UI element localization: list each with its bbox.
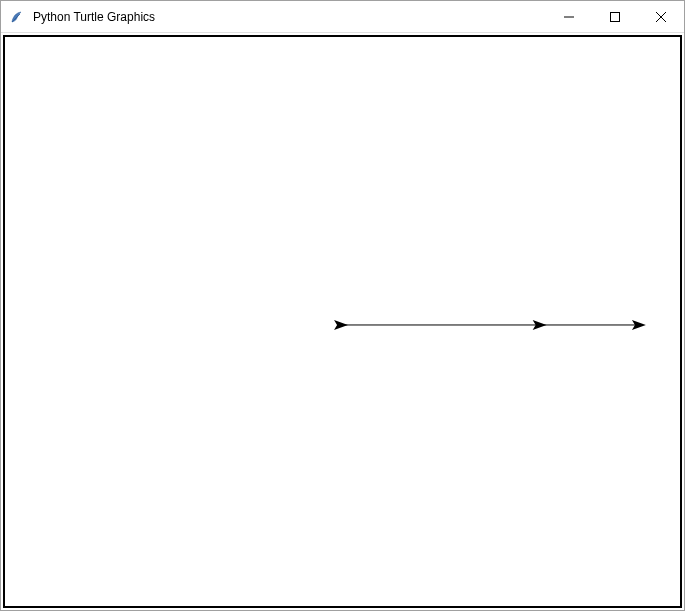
turtle-canvas <box>3 35 682 608</box>
minimize-button[interactable] <box>546 1 592 32</box>
maximize-button[interactable] <box>592 1 638 32</box>
maximize-icon <box>610 12 620 22</box>
titlebar[interactable]: Python Turtle Graphics <box>1 1 684 33</box>
svg-rect-1 <box>611 12 620 21</box>
turtle-cursor-icon <box>334 320 348 330</box>
close-button[interactable] <box>638 1 684 32</box>
feather-icon <box>9 9 25 25</box>
turtle-drawing <box>5 37 680 606</box>
minimize-icon <box>564 12 574 22</box>
window-controls <box>546 1 684 32</box>
titlebar-left: Python Turtle Graphics <box>1 9 155 25</box>
window-title: Python Turtle Graphics <box>33 10 155 24</box>
app-window: Python Turtle Graphics <box>0 0 685 611</box>
close-icon <box>656 12 666 22</box>
